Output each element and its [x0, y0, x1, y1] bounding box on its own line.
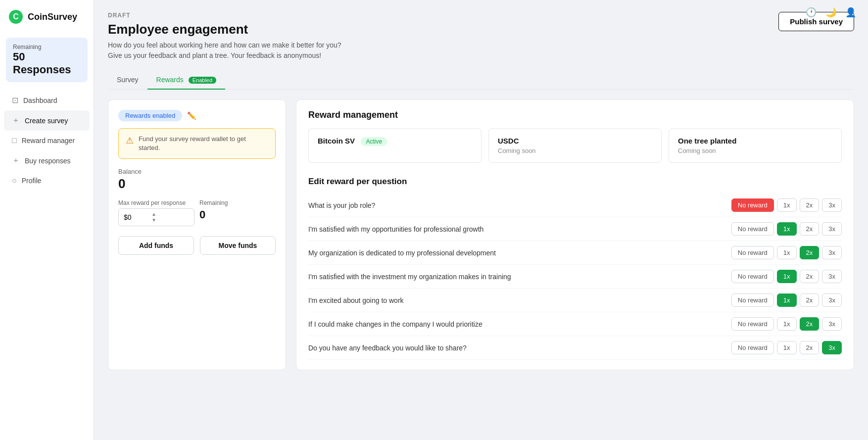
- reward-opt-q5-2[interactable]: 2x: [800, 293, 820, 307]
- question-text-q5: I'm excited about going to work: [308, 296, 731, 304]
- warning-icon: ⚠: [126, 135, 134, 146]
- reward-opt-q2-0[interactable]: No reward: [731, 222, 774, 236]
- reward-card-tree: One tree planted Coming soon: [669, 128, 842, 163]
- reward-opt-q6-1[interactable]: 1x: [777, 317, 797, 331]
- reward-card-usdc: USDC Coming soon: [488, 128, 662, 163]
- reward-opt-q7-2[interactable]: 2x: [800, 341, 820, 354]
- reward-opt-q5-1[interactable]: 1x: [777, 293, 797, 307]
- question-row: My organization is dedicated to my profe…: [308, 241, 842, 265]
- rewards-enabled-badge: Rewards enabled: [118, 110, 182, 121]
- reward-manager-icon: □: [12, 136, 17, 145]
- reward-card-bsv: Bitcoin SV Active: [308, 128, 482, 163]
- rewards-enabled-row: Rewards enabled ✏️: [118, 110, 276, 121]
- clock-icon[interactable]: 🕐: [806, 7, 817, 18]
- move-funds-button[interactable]: Move funds: [200, 236, 276, 255]
- usdc-status: Coming soon: [498, 147, 652, 154]
- dashboard-icon: ⊡: [12, 96, 18, 105]
- question-row: What is your job role?No reward1x2x3x: [308, 194, 842, 217]
- reward-opt-q1-3[interactable]: 3x: [822, 198, 842, 212]
- right-panel: Reward management Bitcoin SV Active USDC…: [296, 99, 854, 370]
- reward-opt-q1-0[interactable]: No reward: [731, 198, 774, 212]
- sidebar-nav: ⊡ Dashboard ＋ Create survey □ Reward man…: [0, 90, 94, 191]
- reward-opt-q7-1[interactable]: 1x: [777, 341, 797, 354]
- reward-opt-q7-3[interactable]: 3x: [822, 341, 842, 354]
- remaining-label: Remaining: [199, 199, 276, 206]
- reward-opt-q6-0[interactable]: No reward: [731, 317, 774, 331]
- reward-opt-q6-2[interactable]: 2x: [800, 317, 820, 331]
- survey-description: How do you feel about working here and h…: [108, 40, 854, 61]
- edit-pencil-icon[interactable]: ✏️: [187, 111, 196, 120]
- amount-stepper: ▲ ▼: [151, 212, 156, 223]
- sidebar-item-label: Profile: [22, 177, 42, 185]
- question-row: I'm excited about going to workNo reward…: [308, 289, 842, 312]
- remaining-count: 50 Responses: [13, 50, 81, 76]
- reward-opt-q3-1[interactable]: 1x: [777, 246, 797, 259]
- reward-opt-q4-1[interactable]: 1x: [777, 270, 797, 283]
- stepper-up[interactable]: ▲: [151, 212, 156, 217]
- question-row: Do you have any feedback you would like …: [308, 336, 842, 360]
- reward-opt-q4-3[interactable]: 3x: [822, 270, 842, 283]
- reward-options-q5: No reward1x2x3x: [731, 293, 842, 307]
- reward-opt-q6-3[interactable]: 3x: [822, 317, 842, 331]
- reward-opt-q3-3[interactable]: 3x: [822, 246, 842, 259]
- reward-opt-q7-0[interactable]: No reward: [731, 341, 774, 354]
- sidebar-item-buy-responses[interactable]: ＋ Buy responses: [4, 150, 90, 171]
- sidebar-item-profile[interactable]: ○ Profile: [4, 171, 90, 190]
- survey-tabs: Survey Rewards Enabled: [108, 71, 854, 90]
- remaining-value: 0: [199, 208, 276, 221]
- add-funds-button[interactable]: Add funds: [118, 236, 194, 255]
- max-reward-label: Max reward per response: [118, 199, 194, 206]
- draft-status: DRAFT: [108, 12, 854, 19]
- survey-header: DRAFT Employee engagement How do you fee…: [108, 12, 854, 61]
- reward-opt-q2-2[interactable]: 2x: [800, 222, 820, 236]
- reward-opt-q1-1[interactable]: 1x: [777, 198, 797, 212]
- user-icon[interactable]: 👤: [845, 7, 856, 18]
- reward-options-q2: No reward1x2x3x: [731, 222, 842, 236]
- reward-mgmt-title: Reward management: [308, 110, 842, 120]
- question-text-q2: I'm satisfied with my opportunities for …: [308, 225, 731, 233]
- logo-text: CoinSurvey: [28, 12, 77, 22]
- reward-opt-q4-2[interactable]: 2x: [800, 270, 820, 283]
- tree-name: One tree planted: [678, 137, 832, 145]
- edit-rewards-title: Edit reward per question: [308, 177, 842, 187]
- content-grid: Rewards enabled ✏️ ⚠ Fund your survey re…: [108, 99, 854, 370]
- question-row: If I could make changes in the company I…: [308, 312, 842, 336]
- reward-opt-q4-0[interactable]: No reward: [731, 270, 774, 283]
- reward-options-q1: No reward1x2x3x: [731, 198, 842, 212]
- reward-opt-q1-2[interactable]: 2x: [800, 198, 820, 212]
- question-text-q6: If I could make changes in the company I…: [308, 320, 731, 328]
- moon-icon[interactable]: 🌙: [825, 7, 836, 18]
- sidebar-item-reward-manager[interactable]: □ Reward manager: [4, 131, 90, 150]
- amount-input[interactable]: [124, 213, 148, 221]
- reward-opt-q5-3[interactable]: 3x: [822, 293, 842, 307]
- profile-icon: ○: [12, 176, 17, 185]
- svg-text:C: C: [13, 12, 19, 21]
- questions-list: What is your job role?No reward1x2x3xI'm…: [308, 194, 842, 360]
- max-reward-field: Max reward per response ▲ ▼: [118, 199, 194, 226]
- amount-input-wrap: ▲ ▼: [118, 208, 194, 226]
- topbar: 🕐 🌙 👤: [794, 0, 868, 25]
- question-text-q4: I'm satisfied with the investment my org…: [308, 273, 731, 281]
- balance-value: 0: [118, 176, 276, 192]
- reward-opt-q2-3[interactable]: 3x: [822, 222, 842, 236]
- reward-opt-q3-2[interactable]: 2x: [800, 246, 820, 259]
- main-content: 🕐 🌙 👤 DRAFT Employee engagement How do y…: [94, 0, 868, 440]
- balance-label: Balance: [118, 168, 276, 175]
- bsv-name: Bitcoin SV: [318, 137, 355, 145]
- reward-opt-q3-0[interactable]: No reward: [731, 246, 774, 259]
- remaining-field: Remaining 0: [199, 199, 276, 226]
- sidebar-item-create-survey[interactable]: ＋ Create survey: [4, 110, 90, 131]
- create-survey-icon: ＋: [12, 115, 20, 126]
- sidebar-item-label: Dashboard: [23, 97, 57, 104]
- rewards-enabled-badge-tab: Enabled: [189, 77, 216, 84]
- reward-opt-q2-1[interactable]: 1x: [777, 222, 797, 236]
- tab-survey[interactable]: Survey: [108, 71, 147, 90]
- stepper-down[interactable]: ▼: [151, 218, 156, 223]
- tab-rewards[interactable]: Rewards Enabled: [147, 71, 226, 90]
- sidebar-item-label: Create survey: [25, 117, 68, 125]
- remaining-box: Remaining 50 Responses: [6, 38, 88, 82]
- question-row: I'm satisfied with my opportunities for …: [308, 217, 842, 241]
- sidebar-item-dashboard[interactable]: ⊡ Dashboard: [4, 91, 90, 110]
- reward-opt-q5-0[interactable]: No reward: [731, 293, 774, 307]
- reward-options-q3: No reward1x2x3x: [731, 246, 842, 259]
